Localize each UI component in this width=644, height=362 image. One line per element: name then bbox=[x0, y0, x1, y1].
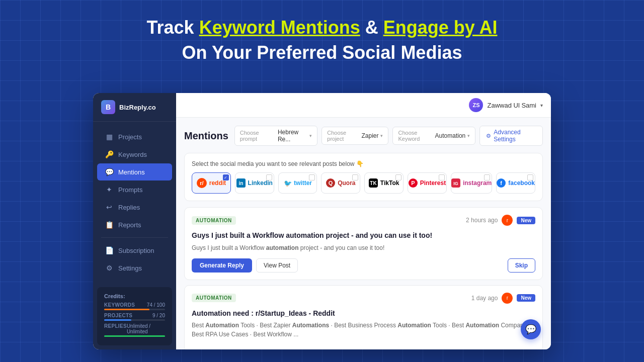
sidebar-logo: B BizReply.co bbox=[93, 93, 176, 122]
project-filter[interactable]: Choose project Zapier ▾ bbox=[321, 127, 388, 145]
post-card-1: AUTOMATION 2 hours ago r New Guys I just… bbox=[184, 207, 543, 280]
sidebar-item-settings[interactable]: ⚙ Settings bbox=[97, 259, 172, 277]
keywords-credit-fill bbox=[104, 309, 149, 310]
reply-icon: ↩ bbox=[105, 203, 113, 211]
page-title: Mentions bbox=[184, 130, 228, 142]
app-window: B BizReply.co ▦ Projects 🔑 Keywords 💬 Me… bbox=[93, 93, 551, 349]
reddit-checkbox: ✓ bbox=[223, 174, 229, 180]
svg-text:IG: IG bbox=[453, 181, 458, 186]
sidebar-item-label: Mentions bbox=[118, 168, 145, 176]
sidebar-item-replies[interactable]: ↩ Replies bbox=[97, 199, 172, 216]
prompt-label: Choose prompt bbox=[240, 130, 272, 142]
excerpt-cut: e Cases · Best Workflow ... bbox=[226, 331, 298, 338]
sidebar-item-mentions[interactable]: 💬 Mentions bbox=[97, 163, 172, 180]
sidebar-nav: ▦ Projects 🔑 Keywords 💬 Mentions ✦ Promp… bbox=[93, 122, 176, 283]
sidebar: B BizReply.co ▦ Projects 🔑 Keywords 💬 Me… bbox=[93, 93, 176, 349]
user-name: Zawwad Ul Sami bbox=[487, 102, 536, 109]
sidebar-item-label: Projects bbox=[118, 133, 142, 141]
project-chevron-icon: ▾ bbox=[380, 133, 383, 138]
social-platform-quora[interactable]: Q Quora bbox=[321, 172, 360, 194]
social-platform-reddit[interactable]: ✓ r/ reddit bbox=[192, 172, 231, 194]
sidebar-item-label: Reports bbox=[118, 221, 141, 229]
post-1-excerpt-bold: automation bbox=[266, 244, 299, 251]
sidebar-item-projects[interactable]: ▦ Projects bbox=[97, 128, 172, 145]
hero-highlight1: Keyword Mentions bbox=[199, 17, 360, 38]
svg-text:in: in bbox=[238, 180, 243, 186]
gear-icon: ⚙ bbox=[105, 264, 113, 272]
hero-line2: On Your Preferred Social Medias bbox=[182, 42, 462, 63]
keyword-chevron-icon: ▾ bbox=[467, 133, 470, 138]
projects-credit: PROJECTS 9 / 20 bbox=[104, 313, 165, 321]
twitter-checkbox bbox=[309, 174, 315, 180]
post-2-excerpt: Best Automation Tools · Best Zapier Auto… bbox=[192, 321, 535, 339]
hero-highlight2: Engage by AI bbox=[383, 17, 498, 38]
chat-button[interactable]: 💬 bbox=[521, 319, 541, 339]
svg-text:r/: r/ bbox=[200, 180, 203, 186]
social-platform-instagram[interactable]: IG instagram bbox=[451, 172, 492, 194]
social-icons-row: ✓ r/ reddit bbox=[192, 172, 535, 194]
keyword-filter[interactable]: Choose Keyword Automation ▾ bbox=[392, 127, 475, 145]
sidebar-item-label: Subscription bbox=[118, 247, 154, 254]
generate-reply-button-1[interactable]: Generate Reply bbox=[192, 258, 252, 273]
key-icon: 🔑 bbox=[105, 150, 113, 158]
social-platform-tiktok[interactable]: TK TikTok bbox=[364, 172, 404, 194]
project-value: Zapier bbox=[361, 132, 378, 139]
social-platform-twitter[interactable]: 🐦 twitter bbox=[278, 172, 317, 194]
sidebar-item-keywords[interactable]: 🔑 Keywords bbox=[97, 146, 172, 163]
keywords-credit-value: 74 / 100 bbox=[147, 302, 165, 308]
prompt-icon: ✦ bbox=[105, 186, 113, 194]
advanced-settings-label: Advanced Settings bbox=[494, 129, 536, 143]
keyword-label: Choose Keyword bbox=[398, 130, 429, 142]
post-2-title: Automation need : r/Startup_Ideas - Redd… bbox=[192, 309, 535, 319]
keyword-value: Automation bbox=[435, 132, 466, 139]
post-card-1-header: AUTOMATION 2 hours ago r New bbox=[192, 215, 535, 226]
replies-credit-value: Unlimited / Unlimited bbox=[127, 323, 165, 334]
hero-heading: Track Keyword Mentions & Engage by AI On… bbox=[0, 15, 644, 66]
social-platform-facebook[interactable]: f facebook bbox=[496, 172, 535, 194]
post-1-source-icon: r bbox=[502, 215, 513, 226]
post-2-meta: 1 day ago r New bbox=[471, 293, 535, 304]
post-1-tag: AUTOMATION bbox=[192, 216, 236, 225]
main-content: ZS Zawwad Ul Sami ▾ Mentions Choose prom… bbox=[176, 93, 551, 349]
mentions-header: Mentions Choose prompt Hebrew Re... ▾ Ch… bbox=[184, 126, 543, 146]
advanced-settings-button[interactable]: ⚙ Advanced Settings bbox=[479, 126, 543, 146]
sidebar-item-reports[interactable]: 📋 Reports bbox=[97, 216, 172, 233]
social-platform-pinterest[interactable]: P Pinterest bbox=[408, 172, 447, 194]
tiktok-checkbox bbox=[395, 174, 401, 180]
twitter-logo: 🐦 twitter bbox=[283, 178, 312, 188]
tiktok-logo: TK TikTok bbox=[369, 178, 399, 188]
post-1-meta: 2 hours ago r New bbox=[466, 215, 535, 226]
sidebar-item-prompts[interactable]: ✦ Prompts bbox=[97, 181, 172, 198]
quora-logo: Q Quora bbox=[326, 178, 355, 188]
facebook-checkbox bbox=[527, 174, 533, 180]
sidebar-logo-text: BizReply.co bbox=[119, 104, 156, 111]
projects-credit-bar bbox=[104, 319, 165, 321]
prompt-filter[interactable]: Choose prompt Hebrew Re... ▾ bbox=[234, 126, 317, 146]
prompt-value: Hebrew Re... bbox=[278, 129, 307, 143]
chat-icon: 💬 bbox=[105, 168, 113, 176]
credits-section: Credits: KEYWORDS 74 / 100 PROJECTS 9 / … bbox=[97, 287, 172, 345]
sidebar-item-subscription[interactable]: 📄 Subscription bbox=[97, 242, 172, 259]
post-card-2-header: AUTOMATION 1 day ago r New bbox=[192, 293, 535, 304]
instagram-checkbox bbox=[484, 174, 490, 180]
svg-text:P: P bbox=[411, 180, 415, 186]
keywords-credit-label: KEYWORDS bbox=[104, 302, 135, 308]
skip-button-1[interactable]: Skip bbox=[508, 258, 535, 273]
svg-text:TK: TK bbox=[370, 180, 377, 186]
social-selector: Select the social media you want to see … bbox=[184, 153, 543, 201]
social-platform-linkedin[interactable]: in Linkedin bbox=[235, 172, 274, 194]
post-1-title-bold: automation bbox=[286, 231, 324, 239]
linkedin-checkbox bbox=[266, 174, 272, 180]
subscription-icon: 📄 bbox=[105, 246, 113, 254]
user-info[interactable]: ZS Zawwad Ul Sami ▾ bbox=[469, 98, 543, 112]
grid-icon: ▦ bbox=[105, 133, 113, 141]
sidebar-item-label: Settings bbox=[118, 264, 142, 272]
report-icon: 📋 bbox=[105, 221, 113, 229]
post-2-tag: AUTOMATION bbox=[192, 294, 236, 302]
sidebar-divider bbox=[101, 237, 168, 238]
svg-text:f: f bbox=[500, 180, 502, 186]
projects-credit-label: PROJECTS bbox=[104, 313, 132, 318]
projects-credit-value: 9 / 20 bbox=[152, 313, 165, 318]
view-post-button-1[interactable]: View Post bbox=[256, 258, 298, 273]
hero-line1: Track Keyword Mentions & Engage by AI bbox=[147, 17, 498, 38]
